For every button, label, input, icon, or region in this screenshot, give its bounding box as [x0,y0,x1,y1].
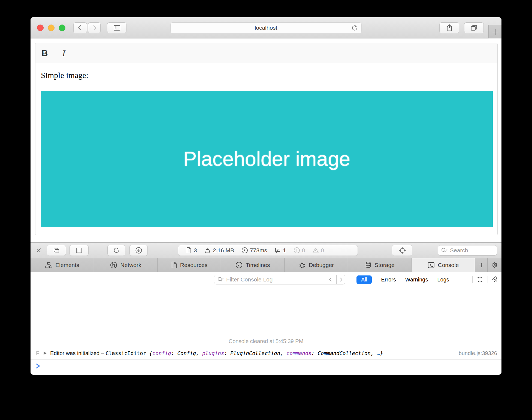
network-icon [110,261,117,269]
stat-value: 1 [283,247,286,254]
stat-size: 2.16 MB [204,247,234,254]
scope-all-button[interactable]: All [356,275,372,284]
tab-label: Console [438,262,459,268]
clock-icon [241,247,248,254]
console-cleared-text: Console cleared at 5:45:39 PM [229,338,304,344]
stat-value: 2.16 MB [213,247,234,254]
scope-logs-button[interactable]: Logs [437,277,449,283]
element-picker-button[interactable] [392,245,412,256]
search-icon [217,276,224,283]
stat-value: 773ms [250,247,267,254]
tab-console[interactable]: Console [412,258,475,272]
web-inspector: 3 2.16 MB 773ms [31,242,501,375]
sidebar-icon [113,24,121,32]
error-icon [294,247,300,254]
timelines-icon [235,261,243,269]
tab-overview-button[interactable] [464,22,484,33]
url-field[interactable]: localhost [170,22,362,33]
close-window-button[interactable] [37,25,44,31]
scope-errors-button[interactable]: Errors [381,277,396,283]
crosshair-icon [398,246,406,254]
back-button[interactable] [73,22,87,33]
log-class-name: ClassicEditor [105,350,149,356]
filter-input[interactable] [226,276,324,283]
stat-console-messages[interactable]: 1 [274,247,286,254]
previous-result-button[interactable] [326,275,335,284]
stat-value: 3 [194,247,197,254]
speech-bubble-icon [274,247,281,254]
detach-inspector-button[interactable] [47,245,66,256]
tab-resources[interactable]: Resources [158,258,221,272]
minimize-window-button[interactable] [48,25,55,31]
bold-button[interactable]: B [38,47,51,60]
log-sep: , [280,350,286,356]
elements-icon [45,262,53,269]
chevron-left-icon [76,24,84,32]
download-icon [135,246,143,254]
resources-icon [171,262,177,269]
tab-label: Elements [55,262,79,268]
garbage-collect-button[interactable] [474,275,485,284]
tab-label: Debugger [309,262,334,268]
next-result-button[interactable] [336,275,345,284]
prompt-chevron-icon [35,363,41,369]
log-brace: { [149,350,152,356]
stat-value: 0 [302,247,305,254]
forward-button[interactable] [88,22,101,33]
rich-text-editor: B I Simple image: Placeholder image [35,43,498,235]
log-sep: : [171,350,177,356]
sidebar-toggle-button[interactable] [107,22,126,33]
tab-storage[interactable]: Storage [348,258,412,272]
url-text: localhost [255,25,277,31]
log-location-link[interactable]: bundle.js:39326 [459,350,497,356]
console-prompt-row[interactable] [31,360,501,372]
search-input[interactable] [449,247,494,254]
tab-network[interactable]: Network [94,258,158,272]
tab-timelines[interactable]: Timelines [221,258,285,272]
share-button[interactable] [439,22,459,33]
log-key: config [152,350,171,356]
scope-bar: All Errors Warnings Logs [356,275,449,284]
log-sep: : [224,350,230,356]
dock-side-button[interactable] [69,245,89,256]
console-log-row[interactable]: Editor was initialized – ClassicEditor {… [31,347,501,360]
settings-button[interactable] [488,258,501,272]
inspector-search-field[interactable] [438,245,497,256]
tab-label: Resources [180,262,207,268]
disclosure-triangle-icon[interactable] [43,351,47,355]
console-cleared-row: Console cleared at 5:45:39 PM [31,336,501,347]
chevron-right-icon [90,24,98,32]
scope-warnings-button[interactable]: Warnings [405,277,428,283]
new-tab-button[interactable] [488,25,501,38]
tab-debugger[interactable]: Debugger [285,258,348,272]
italic-button[interactable]: I [57,47,70,60]
stat-errors[interactable]: 0 [294,247,305,254]
zoom-window-button[interactable] [59,25,65,31]
tab-elements[interactable]: Elements [31,258,94,272]
editor-toolbar: B I [35,43,497,63]
log-message: Editor was initialized – ClassicEditor {… [50,350,455,356]
download-button[interactable] [129,245,148,256]
share-icon [446,24,453,32]
filter-field[interactable] [214,275,345,284]
log-level-icon [35,350,40,356]
divider [472,276,473,283]
console-icon [427,261,435,269]
stat-warnings[interactable]: 0 [312,247,324,254]
log-value: PluginCollection [230,350,280,356]
divider [488,276,488,283]
clear-console-button[interactable] [489,275,500,284]
clear-console-icon [490,275,498,284]
chevron-left-icon [328,277,333,282]
reload-page-button[interactable] [107,245,125,256]
log-value: Config [177,350,196,356]
log-intro: Editor was initialized [50,350,101,356]
reload-button[interactable] [350,24,359,32]
log-dash: – [101,350,106,356]
add-tab-button[interactable] [475,258,488,272]
tab-label: Network [120,262,141,268]
close-inspector-button[interactable] [34,246,43,255]
editor-paragraph[interactable]: Simple image: [41,71,88,80]
resource-stats: 3 2.16 MB 773ms [178,245,358,256]
placeholder-image[interactable]: Placeholder image [41,91,493,227]
